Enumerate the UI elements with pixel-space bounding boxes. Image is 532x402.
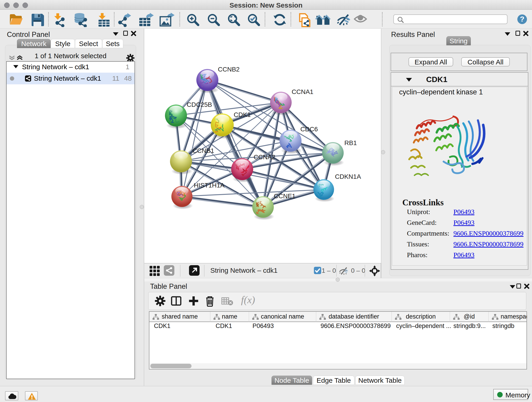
svg-text:CDKN1A: CDKN1A [335,173,361,180]
svg-text:CDC6: CDC6 [300,126,318,133]
svg-text:CDK1: CDK1 [234,111,251,118]
svg-text:CCNB2: CCNB2 [218,66,240,73]
svg-text:CCNE1: CCNE1 [274,192,296,200]
svg-text:CCNB1: CCNB1 [192,147,214,154]
svg-text:CCNA2: CCNA2 [254,153,275,161]
svg-text:?: ? [520,15,525,23]
svg-text:CCNA1: CCNA1 [292,88,313,95]
svg-text:HIST1H1A: HIST1H1A [194,182,225,189]
svg-text:CDC25B: CDC25B [187,101,212,108]
svg-text:RB1: RB1 [344,139,357,147]
